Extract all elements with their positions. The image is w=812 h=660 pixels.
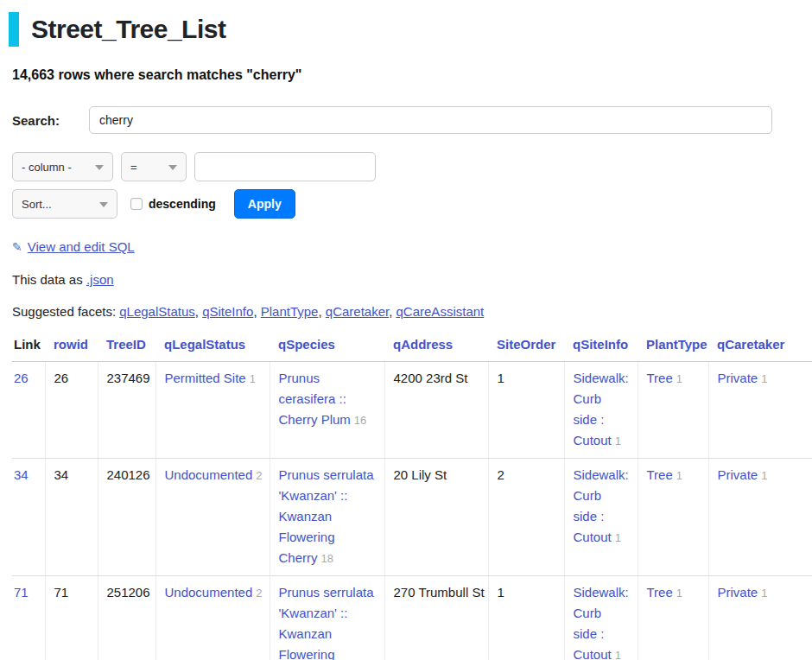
facet-value-link[interactable]: Prunus serrulata 'Kwanzan' :: Kwanzan Fl… bbox=[279, 467, 374, 565]
facet-value-link[interactable]: Tree bbox=[647, 467, 673, 482]
chevron-down-icon bbox=[99, 202, 108, 207]
facet-value-link[interactable]: Tree bbox=[647, 585, 673, 600]
cell-treeid: 251206 bbox=[98, 576, 155, 660]
descending-checkbox[interactable] bbox=[130, 198, 143, 210]
cell-link: 71 bbox=[12, 576, 45, 660]
cell-qaddress: 20 Lily St bbox=[384, 459, 488, 576]
data-export-row: This data as .json bbox=[12, 272, 800, 287]
facet-value-link[interactable]: Undocumented bbox=[165, 467, 253, 482]
cell-treeid: 237469 bbox=[98, 362, 155, 459]
facet-count: 1 bbox=[761, 587, 767, 600]
cell-qcaretaker: Private1 bbox=[708, 362, 812, 459]
facet-value-link[interactable]: Undocumented bbox=[165, 585, 253, 600]
table-row: 26 26 237469 Permitted Site1 Prunus cera… bbox=[12, 362, 812, 459]
results-table: Link rowid TreeID qLegalStatus qSpecies … bbox=[12, 331, 812, 660]
data-as-prefix: This data as bbox=[12, 272, 86, 287]
cell-qaddress: 4200 23rd St bbox=[384, 362, 488, 459]
cell-siteorder: 1 bbox=[488, 576, 564, 660]
cell-link: 26 bbox=[12, 362, 45, 459]
cell-qlegalstatus: Permitted Site1 bbox=[155, 362, 270, 459]
cell-rowid: 71 bbox=[45, 576, 98, 660]
search-row: Search: bbox=[12, 106, 800, 134]
cell-qsiteinfo: Sidewalk: Curb side : Cutout1 bbox=[564, 576, 638, 660]
cell-planttype: Tree1 bbox=[638, 576, 708, 660]
facet-count: 1 bbox=[676, 469, 682, 482]
facet-count: 1 bbox=[250, 372, 256, 385]
cell-qspecies: Prunus cerasifera :: Cherry Plum16 bbox=[270, 362, 384, 459]
view-edit-sql-link[interactable]: View and edit SQL bbox=[28, 239, 135, 254]
search-label: Search: bbox=[12, 113, 89, 128]
row-link[interactable]: 34 bbox=[14, 467, 29, 482]
sort-select-value: Sort... bbox=[22, 198, 52, 211]
pencil-icon: ✎ bbox=[12, 240, 22, 254]
chevron-down-icon bbox=[168, 165, 177, 170]
suggested-facets-row: Suggested facets: qLegalStatus, qSiteInf… bbox=[12, 304, 800, 319]
facet-count: 18 bbox=[321, 552, 333, 565]
sort-select[interactable]: Sort... bbox=[12, 189, 117, 219]
json-link[interactable]: .json bbox=[86, 272, 114, 287]
cell-qlegalstatus: Undocumented2 bbox=[155, 576, 270, 660]
column-header-qsiteinfo[interactable]: qSiteInfo bbox=[564, 331, 638, 362]
table-row: 34 34 240126 Undocumented2 Prunus serrul… bbox=[12, 459, 812, 576]
facet-count: 1 bbox=[615, 435, 621, 447]
table-header-row: Link rowid TreeID qLegalStatus qSpecies … bbox=[12, 331, 812, 362]
filter-row: - column - = bbox=[12, 152, 800, 181]
row-link[interactable]: 26 bbox=[14, 371, 29, 385]
facet-count: 1 bbox=[676, 372, 682, 385]
sort-row: Sort... descending Apply bbox=[12, 189, 800, 219]
cell-rowid: 34 bbox=[45, 459, 98, 576]
column-select-value: - column - bbox=[22, 161, 72, 174]
cell-siteorder: 1 bbox=[488, 362, 564, 459]
column-header-qlegalstatus[interactable]: qLegalStatus bbox=[155, 331, 270, 362]
column-header-qcaretaker[interactable]: qCaretaker bbox=[708, 331, 812, 362]
facet-count: 1 bbox=[761, 469, 767, 482]
cell-rowid: 26 bbox=[45, 362, 98, 459]
filter-value-input[interactable] bbox=[194, 152, 376, 181]
page-header: Street_Tree_List bbox=[9, 12, 800, 47]
cell-siteorder: 2 bbox=[488, 459, 564, 576]
facet-link-qlegalstatus[interactable]: qLegalStatus bbox=[119, 304, 195, 319]
column-header-siteorder[interactable]: SiteOrder bbox=[488, 331, 564, 362]
facet-link-qcaretaker[interactable]: qCaretaker bbox=[326, 304, 389, 319]
chevron-down-icon bbox=[95, 165, 104, 170]
cell-qaddress: 270 Trumbull St bbox=[384, 576, 488, 660]
facet-link-qcareassistant[interactable]: qCareAssistant bbox=[396, 304, 485, 319]
facet-value-link[interactable]: Private bbox=[718, 371, 758, 385]
sql-link-row: ✎View and edit SQL bbox=[12, 239, 800, 254]
row-link[interactable]: 71 bbox=[14, 585, 29, 600]
search-input[interactable] bbox=[89, 106, 772, 134]
descending-label: descending bbox=[149, 197, 216, 211]
column-header-planttype[interactable]: PlantType bbox=[638, 331, 708, 362]
facet-value-link[interactable]: Private bbox=[718, 467, 758, 482]
facet-count: 16 bbox=[354, 414, 366, 427]
operator-select[interactable]: = bbox=[121, 152, 187, 181]
facet-link-planttype[interactable]: PlantType bbox=[261, 304, 319, 319]
page-title: Street_Tree_List bbox=[31, 12, 225, 47]
facet-count: 1 bbox=[676, 587, 682, 600]
facet-count: 1 bbox=[615, 649, 621, 660]
column-header-qspecies[interactable]: qSpecies bbox=[270, 331, 384, 362]
cell-treeid: 240126 bbox=[98, 459, 155, 576]
cell-planttype: Tree1 bbox=[638, 362, 708, 459]
facet-value-link[interactable]: Tree bbox=[647, 371, 673, 385]
facets-label: Suggested facets: bbox=[12, 304, 119, 319]
column-header-qaddress[interactable]: qAddress bbox=[384, 331, 488, 362]
facet-value-link[interactable]: Permitted Site bbox=[165, 371, 246, 385]
column-header-treeid[interactable]: TreeID bbox=[98, 331, 155, 362]
facet-count: 2 bbox=[256, 587, 262, 600]
facet-value-link[interactable]: Private bbox=[718, 585, 758, 600]
cell-qsiteinfo: Sidewalk: Curb side : Cutout1 bbox=[564, 362, 638, 459]
table-row: 71 71 251206 Undocumented2 Prunus serrul… bbox=[12, 576, 812, 660]
facet-value-link[interactable]: Prunus serrulata 'Kwanzan' :: Kwanzan Fl… bbox=[279, 585, 374, 660]
column-header-rowid[interactable]: rowid bbox=[45, 331, 98, 362]
cell-qspecies: Prunus serrulata 'Kwanzan' :: Kwanzan Fl… bbox=[270, 459, 384, 576]
column-select[interactable]: - column - bbox=[12, 152, 113, 181]
facet-link-qsiteinfo[interactable]: qSiteInfo bbox=[202, 304, 253, 319]
cell-qlegalstatus: Undocumented2 bbox=[155, 459, 270, 576]
apply-button[interactable]: Apply bbox=[234, 189, 295, 219]
facet-count: 2 bbox=[256, 469, 262, 482]
cell-link: 34 bbox=[12, 459, 45, 576]
cell-planttype: Tree1 bbox=[638, 459, 708, 576]
operator-select-value: = bbox=[130, 161, 137, 174]
facet-value-link[interactable]: Prunus cerasifera :: Cherry Plum bbox=[279, 371, 351, 427]
